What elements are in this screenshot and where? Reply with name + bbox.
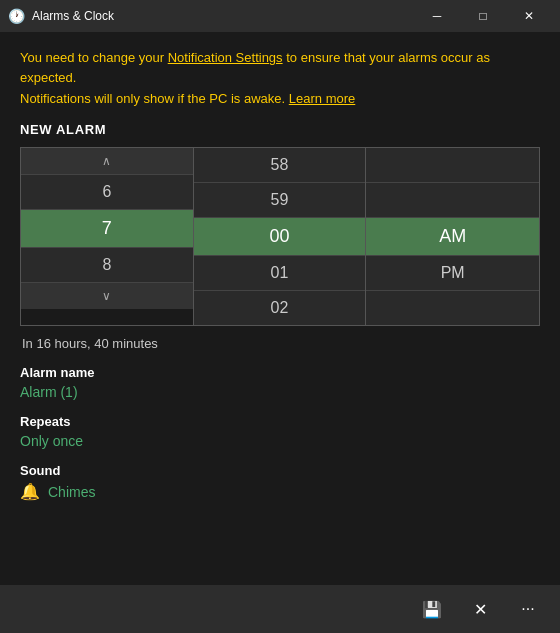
- sound-row: 🔔 Chimes: [20, 482, 540, 501]
- hours-up-button[interactable]: ∧: [21, 148, 193, 175]
- repeats-value[interactable]: Only once: [20, 433, 540, 449]
- warning-text-before: You need to change your: [20, 50, 168, 65]
- repeats-label: Repeats: [20, 414, 540, 429]
- ampm-empty-2: [366, 183, 539, 218]
- notification-message: Notifications will only show if the PC i…: [20, 91, 540, 106]
- learn-more-link[interactable]: Learn more: [289, 91, 355, 106]
- sound-label: Sound: [20, 463, 540, 478]
- main-content: You need to change your Notification Set…: [0, 32, 560, 521]
- hours-prev-cell[interactable]: 6: [21, 175, 193, 210]
- ampm-empty-3: [366, 291, 539, 325]
- title-bar: 🕐 Alarms & Clock ─ □ ✕: [0, 0, 560, 32]
- minutes-cell-01[interactable]: 01: [194, 256, 366, 291]
- minutes-cell-02[interactable]: 02: [194, 291, 366, 325]
- ampm-pm-cell[interactable]: PM: [366, 256, 539, 291]
- notification-settings-link[interactable]: Notification Settings: [168, 50, 283, 65]
- close-button[interactable]: ✕: [506, 0, 552, 32]
- time-picker: ∧ 6 7 8 ∨ 58 59 00 01 02 AM PM: [20, 147, 540, 326]
- bottom-bar: 💾 ✕ ···: [0, 585, 560, 633]
- minutes-cell-58[interactable]: 58: [194, 148, 366, 183]
- warning-message: You need to change your Notification Set…: [20, 48, 540, 87]
- new-alarm-title: NEW ALARM: [20, 122, 540, 137]
- ampm-column: AM PM: [366, 148, 539, 325]
- hours-column: ∧ 6 7 8 ∨: [21, 148, 194, 325]
- notification-text: Notifications will only show if the PC i…: [20, 91, 289, 106]
- save-button[interactable]: 💾: [412, 591, 452, 627]
- maximize-button[interactable]: □: [460, 0, 506, 32]
- hours-selected-cell[interactable]: 7: [21, 210, 193, 248]
- app-title: Alarms & Clock: [32, 9, 114, 23]
- bell-icon: 🔔: [20, 482, 40, 501]
- discard-button[interactable]: ✕: [460, 591, 500, 627]
- hours-down-button[interactable]: ∨: [21, 283, 193, 309]
- more-options-button[interactable]: ···: [508, 591, 548, 627]
- ampm-empty-1: [366, 148, 539, 183]
- window-controls: ─ □ ✕: [414, 0, 552, 32]
- minutes-cell-59[interactable]: 59: [194, 183, 366, 218]
- alarm-name-label: Alarm name: [20, 365, 540, 380]
- alarm-name-value[interactable]: Alarm (1): [20, 384, 540, 400]
- app-icon: 🕐: [8, 8, 24, 24]
- minutes-selected-cell[interactable]: 00: [194, 218, 366, 256]
- ampm-am-cell[interactable]: AM: [366, 218, 539, 256]
- minimize-button[interactable]: ─: [414, 0, 460, 32]
- time-hint: In 16 hours, 40 minutes: [20, 336, 540, 351]
- minutes-column: 58 59 00 01 02: [194, 148, 367, 325]
- hours-next-cell[interactable]: 8: [21, 248, 193, 283]
- sound-value[interactable]: Chimes: [48, 484, 95, 500]
